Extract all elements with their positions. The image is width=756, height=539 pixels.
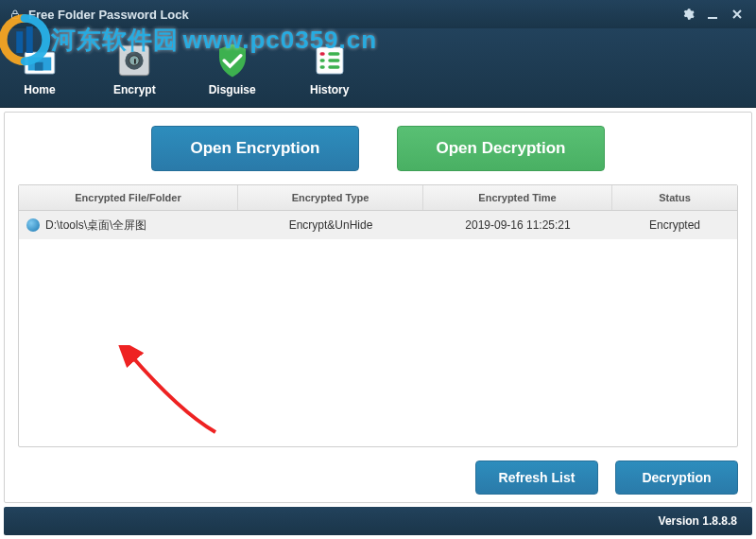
- cell-path: D:\tools\桌面\全屏图: [19, 217, 238, 234]
- svg-rect-10: [319, 52, 324, 56]
- svg-rect-0: [12, 14, 19, 19]
- cell-time: 2019-09-16 11:25:21: [423, 218, 612, 232]
- toolbar-item-history[interactable]: History: [309, 40, 351, 96]
- toolbar-item-encrypt[interactable]: Encrypt: [113, 40, 156, 96]
- toolbar-label: Encrypt: [113, 83, 156, 96]
- toolbar-label: History: [310, 83, 349, 96]
- grid-header-path[interactable]: Encrypted File/Folder: [19, 185, 238, 210]
- svg-rect-13: [328, 59, 339, 62]
- shield-icon: [212, 40, 253, 81]
- settings-icon[interactable]: [679, 5, 697, 24]
- grid-header-type[interactable]: Encrypted Type: [238, 185, 423, 210]
- file-icon: [26, 218, 40, 232]
- svg-rect-15: [328, 65, 339, 69]
- home-icon: [19, 40, 60, 81]
- toolbar-label: Disguise: [209, 83, 256, 96]
- close-button[interactable]: [728, 5, 747, 24]
- svg-rect-11: [328, 52, 339, 56]
- status-bar: Version 1.8.8.8: [4, 507, 752, 535]
- grid-body: D:\tools\桌面\全屏图 Encrypt&UnHide 2019-09-1…: [19, 211, 737, 446]
- window-title: Free Folder Password Lock: [28, 8, 189, 22]
- lock-icon: [9, 8, 21, 21]
- svg-rect-4: [35, 61, 43, 70]
- main-toolbar: Home Encrypt Disguise: [0, 28, 756, 108]
- toolbar-label: Home: [24, 83, 55, 96]
- refresh-button[interactable]: Refresh List: [475, 461, 598, 495]
- svg-rect-8: [134, 59, 136, 63]
- safe-icon: [113, 40, 155, 81]
- title-bar: Free Folder Password Lock: [0, 0, 756, 28]
- cell-status: Encrypted: [612, 218, 737, 232]
- toolbar-item-home[interactable]: Home: [19, 40, 60, 96]
- toolbar-item-disguise[interactable]: Disguise: [209, 40, 256, 96]
- open-decryption-button[interactable]: Open Decryption: [397, 126, 605, 171]
- grid-header-time[interactable]: Encrypted Time: [423, 185, 612, 210]
- svg-rect-12: [319, 59, 324, 62]
- workspace: Open Encryption Open Decryption Encrypte…: [4, 112, 752, 503]
- open-encryption-button[interactable]: Open Encryption: [151, 126, 359, 171]
- grid-header-row: Encrypted File/Folder Encrypted Type Enc…: [19, 185, 737, 211]
- cell-type: Encrypt&UnHide: [238, 218, 423, 232]
- svg-rect-14: [319, 65, 324, 69]
- minimize-button[interactable]: [703, 5, 722, 24]
- grid-header-status[interactable]: Status: [612, 185, 737, 210]
- encrypted-grid: Encrypted File/Folder Encrypted Type Enc…: [18, 184, 738, 447]
- decryption-button[interactable]: Decryption: [615, 461, 738, 495]
- primary-actions: Open Encryption Open Decryption: [18, 126, 738, 171]
- table-row[interactable]: D:\tools\桌面\全屏图 Encrypt&UnHide 2019-09-1…: [19, 211, 737, 239]
- version-label: Version 1.8.8.8: [659, 514, 737, 528]
- secondary-actions: Refresh List Decryption: [18, 461, 738, 495]
- history-icon: [309, 40, 351, 81]
- svg-rect-1: [708, 17, 717, 19]
